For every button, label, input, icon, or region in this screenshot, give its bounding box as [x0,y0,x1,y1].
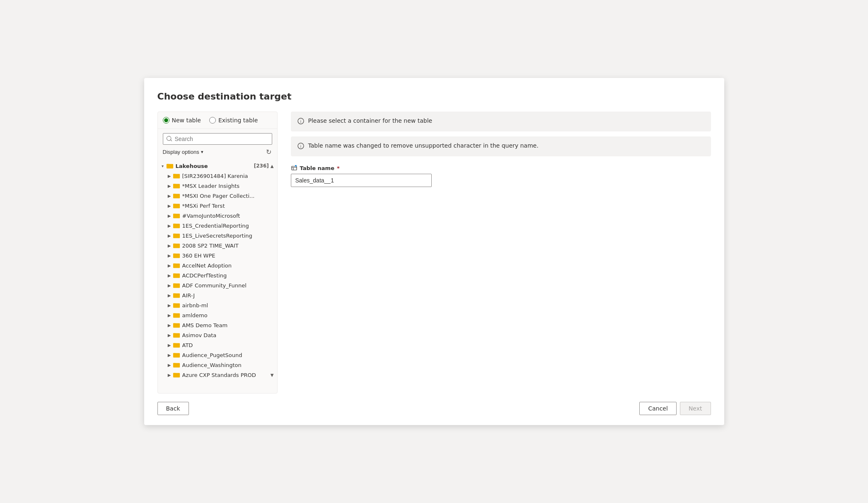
tree-item-label: #VamoJuntoMicrosoft [182,213,274,219]
list-item[interactable]: ▶ 1ES_CredentialReporting [158,221,277,231]
folder-icon [173,282,180,289]
chevron-icon: ▶ [166,332,173,338]
list-item[interactable]: ▶ *MSXi Perf Terst [158,201,277,211]
folder-icon [173,262,180,269]
info-banner: i Please select a container for the new … [291,112,711,131]
list-item[interactable]: ▶ AMS Demo Team [158,320,277,330]
list-item[interactable]: ▶ ATD [158,340,277,350]
chevron-icon: ▶ [166,202,173,209]
chevron-icon: ▶ [166,272,173,279]
search-box [163,133,272,145]
tree-item-label: AMS Demo Team [182,322,274,328]
new-table-radio[interactable] [163,117,169,124]
tree-item-label: Asimov Data [182,332,274,338]
folder-icon [173,172,180,180]
svg-rect-9 [173,204,175,205]
footer-right: Cancel Next [639,402,711,415]
footer-left: Back [157,402,189,415]
display-options-row: Display options ▾ ↻ [158,145,277,159]
folder-icon [173,202,180,209]
folder-icon [173,331,180,339]
list-item[interactable]: ▶ Azure CXP Standards PROD ▼ [158,370,277,380]
table-name-label-text: Table name [300,165,334,171]
table-name-form: * Table name * [291,165,711,187]
left-panel: New table Existing table [157,112,278,394]
chevron-icon: ▶ [166,242,173,249]
existing-table-option[interactable]: Existing table [209,117,258,124]
svg-rect-19 [173,254,175,255]
dialog-footer: Back Cancel Next [157,394,711,425]
svg-text:i: i [300,119,301,124]
chevron-icon: ▶ [166,292,173,299]
chevron-icon: ▶ [166,232,173,239]
tree-item-label: 1ES_CredentialReporting [182,223,274,229]
list-item[interactable]: ▶ [SIR236901484] Karenia [158,171,277,181]
svg-rect-1 [166,164,169,165]
warning-banner: i Table name was changed to remove unsup… [291,136,711,156]
list-item[interactable]: ▶ *MSX Leader Insights [158,181,277,191]
svg-rect-33 [173,323,175,324]
chevron-icon: ▶ [166,302,173,309]
tree-root-item[interactable]: ▾ Lakehouse [236] ▲ [158,161,277,171]
display-options-button[interactable]: Display options ▾ [163,149,203,155]
existing-table-label: Existing table [218,117,258,124]
tree-item-label: ACDCPerfTesting [182,272,274,279]
svg-rect-11 [173,214,175,215]
tree-item-label: airbnb-ml [182,302,274,309]
chevron-icon: ▶ [166,192,173,199]
warning-text: Table name was changed to remove unsuppo… [308,142,539,149]
tree-item-label: Azure CXP Standards PROD [182,372,269,378]
svg-rect-43 [173,373,175,374]
tree-container[interactable]: ▾ Lakehouse [236] ▲ ▶ [SIR236901484] Kar… [158,159,277,393]
tree-item-label: 1ES_LiveSecretsReporting [182,233,274,239]
table-name-field-label: * Table name * [291,165,711,171]
warning-icon: i [297,143,304,151]
new-table-option[interactable]: New table [163,117,201,124]
list-item[interactable]: ▶ ACDCPerfTesting [158,270,277,280]
existing-table-radio[interactable] [209,117,216,124]
svg-rect-35 [173,333,175,334]
list-item[interactable]: ▶ Audience_PugetSound [158,350,277,360]
svg-text:i: i [300,144,301,148]
list-item[interactable]: ▶ amldemo [158,310,277,320]
svg-rect-21 [173,264,175,265]
list-item[interactable]: ▶ 2008 SP2 TIME_WAIT [158,241,277,250]
folder-icon [173,182,180,190]
required-indicator: * [337,165,340,171]
tree-item-label: *MSXi Perf Terst [182,203,274,209]
table-name-input[interactable] [291,174,432,187]
list-item[interactable]: ▶ *MSXI One Pager Collecti... [158,191,277,201]
refresh-button[interactable]: ↻ [265,147,272,157]
folder-icon [166,162,174,170]
list-item[interactable]: ▶ airbnb-ml [158,300,277,310]
svg-rect-13 [173,224,175,225]
chevron-icon: ▶ [166,362,173,368]
folder-icon [173,292,180,299]
svg-rect-23 [173,274,175,275]
list-item[interactable]: ▶ 360 EH WPE [158,250,277,260]
info-icon: i [297,118,304,126]
chevron-icon: ▶ [166,262,173,269]
chevron-icon: ▶ [166,372,173,378]
folder-icon [173,192,180,199]
search-input[interactable] [175,136,268,142]
list-item[interactable]: ▶ Audience_Washington [158,360,277,370]
tree-item-label: amldemo [182,312,274,318]
chevron-icon: ▶ [166,282,173,289]
list-item[interactable]: ▶ 1ES_LiveSecretsReporting [158,231,277,241]
list-item[interactable]: ▶ AIR-J [158,290,277,300]
svg-rect-7 [173,194,175,195]
chevron-icon: ▶ [166,312,173,318]
folder-icon [173,361,180,369]
tree-item-label: ADF Community_Funnel [182,282,274,289]
list-item[interactable]: ▶ #VamoJuntoMicrosoft [158,211,277,221]
table-name-icon: * [291,165,297,171]
tree-item-label: 2008 SP2 TIME_WAIT [182,243,274,249]
back-button[interactable]: Back [157,402,189,415]
list-item[interactable]: ▶ AccelNet Adoption [158,260,277,270]
cancel-button[interactable]: Cancel [639,402,676,415]
choose-destination-dialog: Choose destination target New table Exis… [144,78,724,425]
list-item[interactable]: ▶ ADF Community_Funnel [158,280,277,290]
list-item[interactable]: ▶ Asimov Data [158,330,277,340]
chevron-icon: ▶ [166,342,173,348]
